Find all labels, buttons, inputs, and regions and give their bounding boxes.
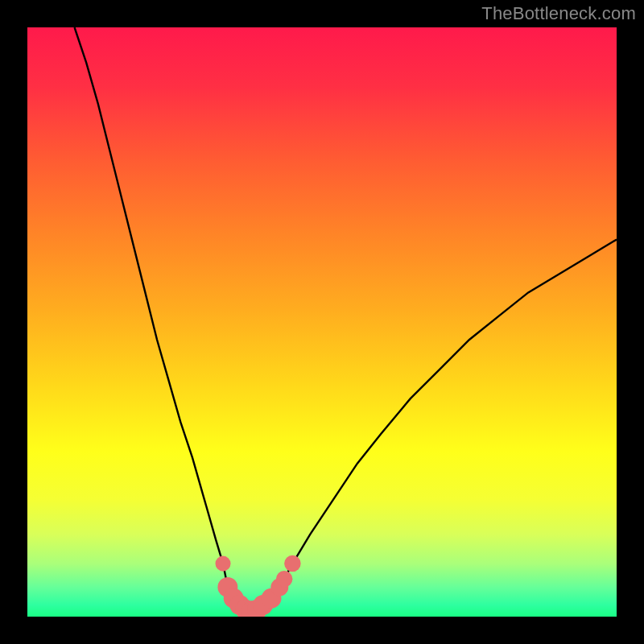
curve-marker	[276, 571, 293, 588]
chart-frame: TheBottleneck.com	[0, 0, 644, 644]
gradient-background	[27, 27, 617, 617]
attribution-text: TheBottleneck.com	[481, 3, 636, 24]
curve-marker	[216, 556, 231, 572]
plot-svg	[27, 27, 617, 617]
curve-marker	[284, 555, 301, 572]
plot-area	[27, 27, 617, 617]
